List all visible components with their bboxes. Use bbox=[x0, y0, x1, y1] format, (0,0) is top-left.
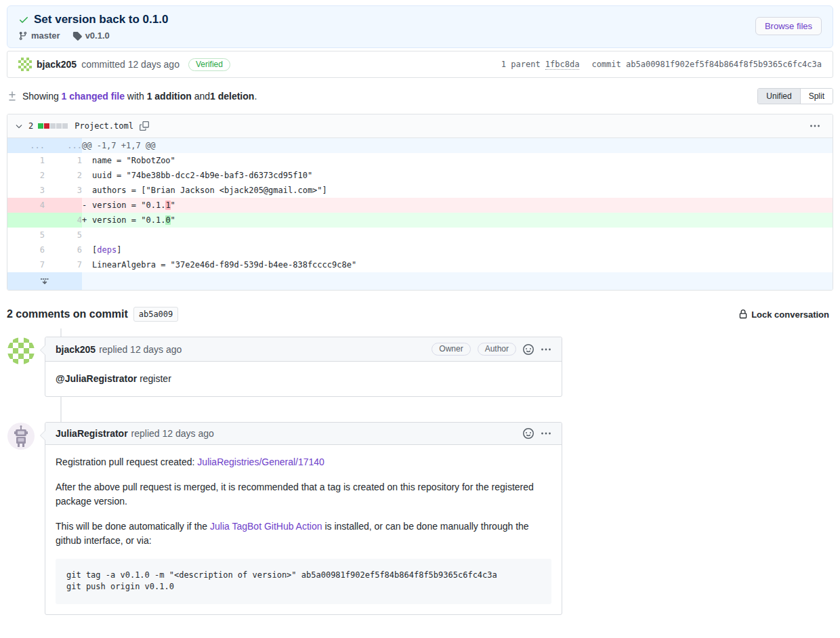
addition-count: 1 addition bbox=[147, 91, 192, 102]
copy-file-path-icon[interactable] bbox=[138, 121, 150, 131]
diff-addition-row: 4 +version = "0.1.0" bbox=[7, 213, 833, 228]
comments-header: 2 comments on commit ab5a009 Lock conver… bbox=[7, 307, 833, 322]
line-number-old[interactable]: 6 bbox=[7, 242, 45, 257]
commit-author[interactable]: bjack205 bbox=[37, 59, 77, 70]
line-number-old[interactable]: 7 bbox=[7, 257, 45, 272]
parent-label: 1 parent bbox=[501, 60, 541, 69]
diff-toolbar: Showing 1 changed file with 1 addition a… bbox=[7, 88, 833, 104]
code-text: version = "0.1. bbox=[92, 215, 165, 225]
line-number-new[interactable]: 7 bbox=[45, 257, 82, 272]
tag-ref[interactable]: v0.1.0 bbox=[72, 30, 110, 41]
comments-thread: bjack205 replied 12 days ago Owner Autho… bbox=[7, 322, 833, 615]
comment-header: JuliaRegistrator replied 12 days ago bbox=[45, 423, 562, 445]
comment-options-kebab-icon[interactable] bbox=[541, 428, 551, 439]
code-line: LinearAlgebra = "37e2e46d-f89d-539d-b4ee… bbox=[82, 257, 833, 272]
split-view-button[interactable]: Split bbox=[800, 89, 833, 104]
diff-expander-row bbox=[7, 272, 833, 290]
git-tag-code-block: git tag -a v0.1.0 -m "<description of ve… bbox=[56, 559, 551, 604]
line-number-old[interactable]: 3 bbox=[7, 183, 45, 198]
line-number-new[interactable]: 6 bbox=[45, 242, 82, 257]
tagbot-link[interactable]: Julia TagBot GitHub Action bbox=[210, 521, 322, 532]
diff-context-row: 3 3 authors = ["Brian Jackson <bjack205@… bbox=[7, 183, 833, 198]
registry-pr-link[interactable]: JuliaRegistries/General/17140 bbox=[197, 456, 324, 467]
comment-header: bjack205 replied 12 days ago Owner Autho… bbox=[45, 337, 562, 362]
code-line: uuid = "74be38bb-dcc2-4b9e-baf3-d6373cd9… bbox=[82, 168, 833, 183]
code-line: [deps] bbox=[82, 242, 833, 257]
commit-sha-info: commit ab5a00981f902ef5f84b864f8f5b9365c… bbox=[591, 60, 822, 69]
code-text: " bbox=[171, 215, 175, 225]
commit-meta-right: 1 parent 1fbc8da commit ab5a00981f902ef5… bbox=[501, 60, 822, 69]
avatar-juliaregistrator[interactable] bbox=[7, 423, 35, 450]
hunk-gutter-new[interactable]: ... bbox=[45, 138, 82, 153]
code-line-2: git push origin v0.1.0 bbox=[66, 582, 174, 591]
changed-file-link[interactable]: 1 changed file bbox=[62, 91, 125, 102]
diff-context-row: 6 6 [deps] bbox=[7, 242, 833, 257]
registration-paragraph: Registration pull request created: Julia… bbox=[56, 455, 551, 469]
showing-mid2: and bbox=[194, 91, 210, 102]
line-number-new[interactable]: 2 bbox=[45, 168, 82, 183]
lock-conversation-label: Lock conversation bbox=[751, 310, 829, 320]
diff-context-row: 2 2 uuid = "74be38bb-dcc2-4b9e-baf3-d637… bbox=[7, 168, 833, 183]
line-number-old[interactable]: 1 bbox=[7, 153, 45, 168]
lock-icon bbox=[738, 310, 748, 319]
code-line-1: git tag -a v0.1.0 -m "<description of ve… bbox=[66, 570, 497, 580]
showing-summary: Showing 1 changed file with 1 addition a… bbox=[22, 91, 757, 102]
unified-view-button[interactable]: Unified bbox=[758, 89, 799, 104]
git-branch-icon bbox=[18, 31, 28, 41]
showing-suffix: . bbox=[254, 91, 257, 102]
comment-timestamp: replied 12 days ago bbox=[131, 428, 214, 439]
code-line: name = "RobotZoo" bbox=[82, 153, 833, 168]
line-number-new[interactable]: 4 bbox=[45, 213, 82, 228]
comment-bjack205: bjack205 replied 12 days ago Owner Autho… bbox=[45, 337, 562, 397]
line-number-new[interactable]: 5 bbox=[45, 228, 82, 242]
chevron-down-icon[interactable] bbox=[14, 121, 24, 131]
hunk-gutter-old[interactable]: ... bbox=[7, 138, 45, 153]
branch-ref[interactable]: master bbox=[18, 30, 60, 41]
owner-badge: Owner bbox=[432, 343, 470, 356]
emoji-reaction-icon[interactable] bbox=[523, 344, 534, 355]
code-line: authors = ["Brian Jackson <bjack205@gmai… bbox=[82, 183, 833, 198]
deletion-count: 1 deletion bbox=[210, 91, 254, 102]
line-number-new[interactable]: 1 bbox=[45, 153, 82, 168]
code-text: LinearAlgebra = "37e2e46d-f89d-539d-b4ee… bbox=[92, 260, 356, 270]
deleted-char-highlight: 1 bbox=[165, 200, 170, 210]
tagbot-paragraph: This will be done automatically if the J… bbox=[56, 519, 551, 548]
verified-badge[interactable]: Verified bbox=[188, 58, 230, 71]
commit-meta-bar: bjack205 committed 12 days ago Verified … bbox=[7, 51, 833, 78]
code-text: authors = ["Brian Jackson <bjack205@gmai… bbox=[92, 186, 327, 195]
mention-link[interactable]: @JuliaRegistrator bbox=[56, 373, 137, 384]
comment-options-kebab-icon[interactable] bbox=[541, 344, 551, 355]
browse-files-button[interactable]: Browse files bbox=[755, 17, 822, 35]
comment-juliaregistrator: JuliaRegistrator replied 12 days ago Reg… bbox=[45, 422, 562, 615]
toml-section-name: deps bbox=[97, 245, 117, 255]
comment-author-link[interactable]: bjack205 bbox=[56, 344, 96, 355]
line-number-old[interactable]: 4 bbox=[7, 198, 45, 213]
diff-context-row: 1 1 name = "RobotZoo" bbox=[7, 153, 833, 168]
file-name-link[interactable]: Project.toml bbox=[75, 121, 133, 131]
parent-sha-link[interactable]: 1fbc8da bbox=[545, 60, 580, 70]
hunk-header: @@ -1,7 +1,7 @@ bbox=[82, 138, 833, 153]
lock-conversation-button[interactable]: Lock conversation bbox=[734, 309, 833, 320]
code-text: " bbox=[171, 200, 175, 210]
expander-filler bbox=[82, 272, 833, 290]
line-number-new[interactable]: 3 bbox=[45, 183, 82, 198]
comment-text-rest: register bbox=[137, 373, 171, 384]
diff-context-row: 7 7 LinearAlgebra = "37e2e46d-f89d-539d-… bbox=[7, 257, 833, 272]
emoji-reaction-icon[interactable] bbox=[523, 428, 534, 439]
line-number-old[interactable]: 5 bbox=[7, 228, 45, 242]
author-avatar[interactable] bbox=[18, 58, 32, 71]
diff-view-toggle: Unified Split bbox=[757, 88, 833, 104]
expand-down-button[interactable] bbox=[7, 272, 82, 290]
commit-page: Set version back to 0.1.0 master v0.1.0 … bbox=[0, 0, 840, 615]
file-options-kebab-icon[interactable] bbox=[804, 121, 826, 131]
line-number-old[interactable]: 2 bbox=[7, 168, 45, 183]
commit-sha: ab5a00981f902ef5f84b864f8f5b9365c6fc4c3a bbox=[626, 60, 822, 69]
avatar-bjack205[interactable] bbox=[7, 337, 35, 364]
commit-meta-left: bjack205 committed 12 days ago Verified bbox=[18, 58, 501, 71]
showing-prefix: Showing bbox=[22, 91, 59, 102]
comment-author-link[interactable]: JuliaRegistrator bbox=[56, 428, 128, 439]
line-number-old[interactable] bbox=[7, 213, 45, 228]
line-number-new[interactable] bbox=[45, 198, 82, 213]
diff-context-row: 5 5 bbox=[7, 228, 833, 242]
registration-text: Registration pull request created: bbox=[56, 456, 197, 467]
